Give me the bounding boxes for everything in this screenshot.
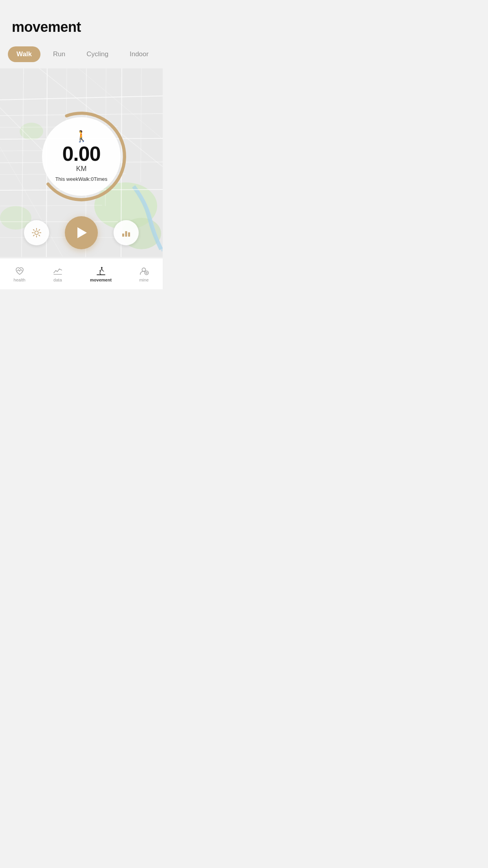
distance-value: 0.00 [62,143,100,164]
inner-circle: 🚶 0.00 KM This weekWalk:0Times [42,117,121,196]
settings-button[interactable] [24,220,49,245]
svg-point-28 [35,231,39,235]
walker-icon: 🚶 [75,131,88,142]
tracker-circle: 🚶 0.00 KM This weekWalk:0Times [42,117,121,196]
svg-rect-29 [122,234,124,237]
page-title: movement [12,19,151,35]
tab-walk[interactable]: Walk [8,46,40,62]
activity-tabs: Walk Run Cycling Indoor [0,42,163,68]
distance-unit: KM [76,165,87,173]
health-icon [15,266,25,276]
gear-icon [31,227,42,238]
map-controls [0,216,163,249]
svg-rect-30 [125,231,127,237]
data-icon [53,266,63,276]
nav-label-movement: movement [90,278,112,282]
svg-rect-31 [128,232,130,237]
chart-icon [121,227,132,238]
tab-indoor[interactable]: Indoor [121,46,157,62]
tab-run[interactable]: Run [44,46,74,62]
svg-point-36 [145,271,149,275]
map-container: 🚶 0.00 KM This weekWalk:0Times [0,68,163,257]
mine-icon [139,266,149,276]
movement-icon [96,266,106,276]
header: movement [0,0,163,42]
week-stat: This weekWalk:0Times [55,176,108,182]
svg-point-37 [146,273,147,274]
nav-item-mine[interactable]: mine [132,263,155,285]
nav-label-health: health [14,278,26,282]
play-icon [77,227,87,238]
statistics-button[interactable] [114,220,139,245]
nav-item-data[interactable]: data [46,263,69,285]
bottom-nav: health data movement mine [0,258,163,289]
nav-item-movement[interactable]: movement [84,263,118,285]
nav-item-health[interactable]: health [7,263,32,285]
nav-label-mine: mine [139,278,149,282]
nav-label-data: data [53,278,62,282]
start-button[interactable] [65,216,98,249]
tab-cycling[interactable]: Cycling [78,46,117,62]
